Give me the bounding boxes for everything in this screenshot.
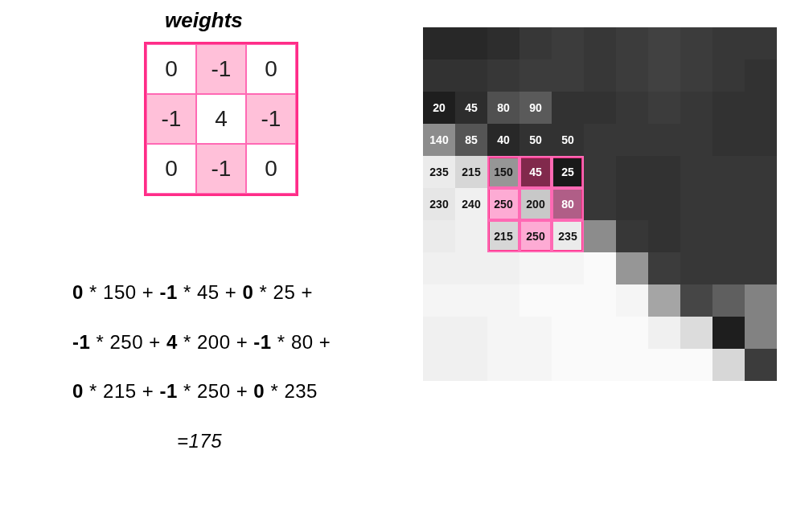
pixel — [455, 220, 487, 252]
pixel — [712, 92, 745, 124]
pixel — [648, 220, 680, 252]
kernel-cell: 0 — [146, 44, 196, 94]
pixel — [423, 317, 455, 349]
equation-line: -1 * 250 + 4 * 200 + -1 * 80 + — [72, 331, 410, 354]
pixel — [519, 284, 552, 317]
pixel — [455, 317, 487, 349]
pixel — [487, 59, 519, 92]
pixel — [423, 27, 455, 59]
pixel — [712, 317, 745, 349]
pixel — [519, 349, 552, 381]
pixel — [745, 349, 777, 381]
pixel-value-label: 230 — [427, 198, 451, 210]
pixel-value-label: 80 — [556, 198, 580, 210]
pixel — [616, 188, 648, 220]
pixel — [423, 349, 455, 381]
equation-result: =175 — [72, 430, 410, 452]
pixel — [616, 59, 648, 92]
pixel — [487, 252, 519, 284]
pixel — [616, 27, 648, 59]
pixel — [745, 92, 777, 124]
pixel-value-label: 25 — [556, 166, 580, 178]
pixel — [680, 59, 712, 92]
pixel — [584, 188, 616, 220]
pixel-value-label: 85 — [459, 134, 483, 145]
pixel-value-label: 250 — [491, 198, 515, 210]
pixel — [423, 284, 455, 317]
pixel — [680, 27, 712, 59]
pixel — [584, 124, 616, 156]
pixel — [423, 252, 455, 284]
pixel — [712, 252, 745, 284]
pixel — [423, 220, 455, 252]
pixel — [616, 349, 648, 381]
pixel — [680, 92, 712, 124]
pixel — [616, 156, 648, 188]
pixel-value-label: 90 — [524, 102, 548, 113]
pixel — [648, 349, 680, 381]
pixel — [584, 27, 616, 59]
pixel — [680, 220, 712, 252]
pixel — [455, 349, 487, 381]
pixel-value-label: 45 — [459, 102, 483, 113]
pixel — [552, 349, 584, 381]
pixel — [680, 124, 712, 156]
pixel — [455, 27, 487, 59]
pixel — [519, 317, 552, 349]
pixel-value-label: 250 — [524, 231, 548, 242]
pixel — [552, 252, 584, 284]
pixel — [616, 252, 648, 284]
pixel — [648, 284, 680, 317]
kernel-cell: -1 — [146, 94, 196, 144]
pixel — [616, 124, 648, 156]
pixel — [552, 284, 584, 317]
pixel — [680, 156, 712, 188]
pixel-value-label: 235 — [427, 166, 451, 178]
weights-title: weights — [165, 8, 243, 33]
pixel — [455, 59, 487, 92]
pixel — [487, 284, 519, 317]
pixel-value-label: 140 — [427, 134, 451, 145]
kernel-cell: 4 — [196, 94, 246, 144]
pixel — [648, 124, 680, 156]
pixel — [616, 284, 648, 317]
pixel — [648, 59, 680, 92]
pixel-value-label: 80 — [491, 102, 515, 113]
pixel — [423, 59, 455, 92]
pixel — [712, 284, 745, 317]
kernel-cell: 0 — [146, 144, 196, 194]
pixel — [712, 124, 745, 156]
kernel-cell: -1 — [246, 94, 296, 144]
pixel — [616, 92, 648, 124]
pixel — [455, 284, 487, 317]
pixel — [487, 349, 519, 381]
pixel-value-label: 50 — [524, 134, 548, 145]
pixel — [648, 156, 680, 188]
pixel — [712, 27, 745, 59]
equation-line: 0 * 215 + -1 * 250 + 0 * 235 — [72, 380, 410, 403]
pixel — [455, 252, 487, 284]
pixel-value-label: 150 — [491, 166, 515, 178]
pixel — [680, 284, 712, 317]
pixel — [745, 252, 777, 284]
pixel — [712, 156, 745, 188]
pixel — [519, 27, 552, 59]
pixel — [648, 252, 680, 284]
pixel — [584, 156, 616, 188]
pixel — [712, 188, 745, 220]
pixel-value-label: 200 — [524, 198, 548, 210]
pixel — [584, 252, 616, 284]
pixel — [552, 92, 584, 124]
pixel — [584, 59, 616, 92]
pixel — [745, 124, 777, 156]
pixel — [680, 252, 712, 284]
equation-line: 0 * 150 + -1 * 45 + 0 * 25 + — [72, 281, 410, 304]
pixel — [487, 317, 519, 349]
pixel-value-label: 215 — [459, 166, 483, 178]
pixel-value-label: 50 — [556, 134, 580, 145]
pixel — [648, 317, 680, 349]
pixel — [745, 284, 777, 317]
pixel — [712, 59, 745, 92]
pixel — [584, 317, 616, 349]
pixel — [745, 59, 777, 92]
